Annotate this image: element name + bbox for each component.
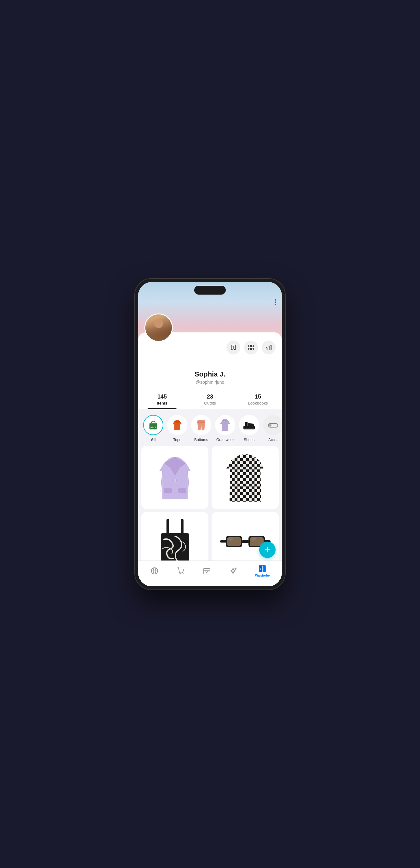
svg-text:SALE: SALE — [150, 426, 157, 429]
svg-line-22 — [188, 471, 189, 492]
phone-frame: Sophia J. @sophmirjuno 145 Items 23 Outf… — [134, 278, 286, 590]
outfits-count: 23 — [189, 394, 231, 400]
avatar — [144, 313, 173, 342]
dot-2 — [275, 302, 276, 303]
nav-sparkle[interactable] — [226, 565, 240, 576]
category-accessories-label: Acc... — [268, 438, 278, 442]
explore-icon — [150, 567, 159, 575]
category-all-circle: SALE — [143, 415, 163, 435]
category-bottoms[interactable]: Bottoms — [191, 415, 211, 442]
calendar-icon — [203, 567, 211, 575]
category-tops-circle — [167, 415, 187, 435]
more-options-button[interactable] — [275, 299, 276, 305]
svg-rect-13 — [244, 428, 255, 429]
profile-name: Sophia J. — [144, 370, 276, 378]
category-outerwear[interactable]: Outerwear — [215, 415, 235, 442]
svg-rect-8 — [149, 423, 157, 424]
dot-3 — [275, 304, 276, 305]
svg-rect-6 — [270, 345, 272, 350]
action-icons — [226, 337, 276, 354]
lookbooks-label: Lookbooks — [248, 401, 268, 405]
item-checkered-coat[interactable] — [212, 446, 279, 509]
svg-rect-5 — [268, 346, 269, 350]
category-tops-label: Tops — [173, 438, 181, 442]
svg-point-39 — [251, 537, 256, 541]
bookmark-icon — [230, 344, 237, 351]
dot-1 — [275, 299, 276, 301]
svg-rect-18 — [164, 488, 172, 493]
purple-blazer-image — [155, 451, 196, 504]
category-accessories-circle — [263, 415, 282, 435]
stats-tabs: 145 Items 23 Outfits 15 Lookbooks — [138, 390, 282, 409]
items-count: 145 — [141, 394, 184, 400]
category-all-label: All — [151, 438, 156, 442]
svg-line-21 — [161, 471, 162, 492]
category-bottoms-circle — [191, 415, 211, 435]
category-outerwear-circle — [215, 415, 235, 435]
nav-explore[interactable] — [147, 565, 162, 576]
category-outerwear-label: Outerwear — [216, 438, 234, 442]
outfits-label: Outfits — [204, 401, 216, 405]
svg-point-17 — [269, 424, 272, 427]
nav-wardrobe[interactable]: Wardrobe — [252, 563, 273, 579]
svg-rect-3 — [252, 348, 253, 350]
bottom-nav: Wardrobe — [138, 560, 282, 586]
svg-rect-19 — [178, 488, 186, 493]
tops-icon — [171, 419, 183, 431]
accessories-icon — [267, 419, 279, 431]
avatar-container — [144, 313, 173, 342]
category-filter: SALE All Tops — [138, 409, 282, 446]
add-item-fab[interactable] — [259, 541, 276, 558]
svg-rect-0 — [249, 345, 250, 347]
shoes-icon — [242, 420, 256, 431]
category-tops[interactable]: Tops — [167, 415, 187, 442]
grid-icon — [248, 344, 254, 351]
wardrobe-icon — [258, 565, 267, 573]
svg-rect-4 — [266, 347, 268, 350]
chart-button[interactable] — [262, 341, 276, 354]
sparkle-icon — [229, 567, 237, 575]
svg-rect-35 — [242, 540, 249, 543]
category-shoes-circle — [239, 415, 259, 435]
lookbooks-count: 15 — [236, 394, 279, 400]
phone-screen: Sophia J. @sophmirjuno 145 Items 23 Outf… — [138, 282, 282, 586]
profile-header — [138, 332, 282, 354]
category-shoes[interactable]: Shoes — [239, 415, 259, 442]
svg-point-20 — [173, 479, 176, 482]
checkered-coat-image — [223, 450, 268, 505]
tab-lookbooks[interactable]: 15 Lookbooks — [234, 390, 282, 409]
svg-point-45 — [179, 573, 180, 574]
category-shoes-label: Shoes — [244, 438, 254, 442]
svg-rect-47 — [204, 568, 210, 574]
avatar-image — [145, 314, 172, 341]
bookmark-button[interactable] — [226, 341, 240, 354]
category-accessories[interactable]: Acc... — [263, 415, 282, 442]
tab-outfits[interactable]: 23 Outfits — [186, 390, 234, 409]
nav-wardrobe-label: Wardrobe — [255, 574, 270, 577]
chart-icon — [265, 344, 272, 351]
profile-info: Sophia J. @sophmirjuno — [138, 354, 282, 385]
outerwear-icon — [219, 418, 231, 432]
svg-point-38 — [228, 537, 233, 541]
notch — [194, 286, 226, 294]
tab-items[interactable]: 145 Items — [138, 390, 186, 409]
svg-rect-1 — [252, 345, 253, 347]
cart-icon — [176, 567, 185, 575]
profile-handle: @sophmirjuno — [144, 380, 276, 385]
svg-rect-11 — [197, 422, 205, 423]
nav-calendar[interactable] — [200, 565, 214, 576]
bottoms-icon — [196, 418, 207, 432]
svg-rect-2 — [249, 348, 250, 350]
category-all[interactable]: SALE All — [143, 415, 163, 442]
screen-content: Sophia J. @sophmirjuno 145 Items 23 Outf… — [138, 282, 282, 586]
category-bottoms-label: Bottoms — [194, 438, 208, 442]
svg-point-46 — [182, 573, 183, 574]
grid-view-button[interactable] — [244, 341, 258, 354]
item-purple-blazer[interactable] — [141, 446, 208, 509]
plus-icon — [263, 546, 271, 554]
items-label: Items — [157, 401, 167, 405]
nav-shop[interactable] — [173, 565, 188, 576]
bag-icon: SALE — [147, 419, 160, 431]
